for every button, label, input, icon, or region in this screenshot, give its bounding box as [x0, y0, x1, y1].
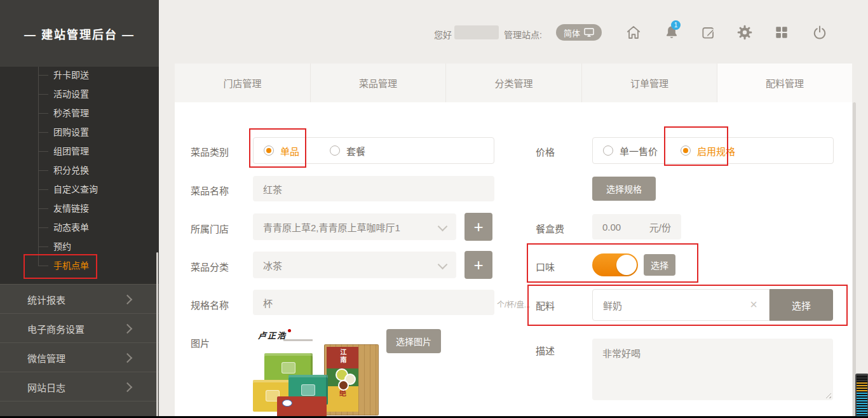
- product-image-brand-subline: [283, 339, 313, 341]
- description-label: 描述: [536, 344, 555, 357]
- chevron-right-icon: [123, 324, 133, 334]
- sidebar-tree-line: [38, 67, 39, 266]
- box-fee-input[interactable]: 0.00 元/份: [592, 214, 681, 239]
- chevron-down-icon: [438, 222, 448, 232]
- sidebar-item-mobile-ordering[interactable]: 手机点单: [53, 259, 89, 273]
- toggle-knob: [616, 255, 637, 275]
- sidebar: — 建站管理后台 — 升卡即送 活动设置 秒杀管理 团购设置 组团管理 积分兑换…: [0, 0, 159, 418]
- radio-option-enable-spec[interactable]: 启用规格: [681, 144, 735, 158]
- notification-badge: 1: [671, 20, 681, 30]
- dish-type-radio-group: 单品 套餐: [253, 137, 494, 164]
- plus-icon: +: [473, 217, 483, 237]
- radio-selected-icon[interactable]: [264, 145, 274, 156]
- sidebar-sections: 统计报表 电子商务设置 微信管理 网站日志: [0, 284, 159, 418]
- store-select[interactable]: 青青原上草2,青青原上草咖啡厅1: [253, 213, 456, 240]
- content-scrollbar[interactable]: [853, 102, 856, 416]
- manage-site-label: 管理站点:: [504, 28, 542, 41]
- flavor-toggle-on[interactable]: [592, 253, 638, 276]
- chevron-right-icon: [123, 353, 133, 363]
- sidebar-item-friendly-links[interactable]: 友情链接: [53, 201, 89, 215]
- sidebar-section-stats-report[interactable]: 统计报表: [0, 284, 159, 313]
- plus-icon: +: [473, 255, 483, 275]
- choose-flavor-button[interactable]: 选择: [644, 254, 675, 276]
- app-title-bar: — 建站管理后台 —: [0, 0, 159, 67]
- sidebar-section-filler: [0, 401, 159, 418]
- radio-option-single-price[interactable]: 单一售价: [603, 144, 658, 158]
- description-textarea[interactable]: 非常好喝: [592, 339, 833, 400]
- spec-name-hint: 个/杯/盘...: [497, 299, 530, 309]
- chevron-down-icon: [438, 260, 448, 270]
- flavor-label: 口味: [536, 260, 555, 273]
- sidebar-item-activity-settings[interactable]: 活动设置: [53, 87, 89, 101]
- monitor-icon: [584, 28, 594, 37]
- choose-image-button[interactable]: 选择图片: [386, 329, 441, 353]
- sidebar-section-site-logs[interactable]: 网站日志: [0, 372, 159, 401]
- sidebar-section-ecommerce-settings[interactable]: 电子商务设置: [0, 313, 159, 342]
- choose-ingredient-button[interactable]: 选择: [770, 289, 833, 321]
- choose-spec-button[interactable]: 选择规格: [592, 177, 656, 201]
- home-icon[interactable]: [625, 24, 642, 41]
- greeting-text: 您好: [434, 28, 452, 41]
- apps-grid-icon[interactable]: [773, 24, 790, 41]
- app-title: — 建站管理后台 —: [24, 25, 135, 42]
- ingredient-input[interactable]: 鲜奶 ×: [592, 289, 770, 321]
- tab-ingredient-management[interactable]: 配料管理: [717, 64, 852, 102]
- store-label: 所属门店: [191, 222, 229, 235]
- tab-category-management[interactable]: 分类管理: [445, 64, 581, 102]
- sidebar-section-wechat-management[interactable]: 微信管理: [0, 342, 159, 372]
- radio-selected-icon[interactable]: [681, 145, 691, 156]
- sidebar-item-group-buy[interactable]: 团购设置: [53, 125, 89, 139]
- image-label: 图片: [191, 336, 210, 349]
- radio-unselected-icon[interactable]: [603, 145, 613, 156]
- price-label: 价格: [536, 145, 555, 158]
- tab-store-management[interactable]: 门店管理: [175, 64, 310, 102]
- sidebar-item-points-exchange[interactable]: 积分兑换: [53, 163, 89, 177]
- power-logout-icon[interactable]: [811, 24, 828, 41]
- browser-extension-widget: [855, 374, 868, 418]
- sidebar-item-card-upgrade-gift[interactable]: 升卡即送: [53, 68, 89, 82]
- dish-name-label: 菜品名称: [191, 184, 229, 197]
- spec-name-input[interactable]: 杯: [253, 290, 494, 315]
- settings-gear-icon[interactable]: [736, 24, 753, 41]
- chevron-right-icon: [123, 295, 133, 305]
- language-switch-button[interactable]: 简体: [556, 24, 602, 41]
- radio-option-single-item[interactable]: 单品: [264, 144, 299, 158]
- radio-option-combo[interactable]: 套餐: [330, 144, 365, 158]
- username-redacted: [454, 25, 499, 39]
- screen: — 建站管理后台 — 升卡即送 活动设置 秒杀管理 团购设置 组团管理 积分兑换…: [0, 0, 868, 418]
- add-store-button[interactable]: +: [465, 213, 492, 241]
- tab-order-management[interactable]: 订单管理: [581, 64, 717, 102]
- compose-edit-icon[interactable]: [700, 24, 717, 41]
- product-image: 卢正浩 江南 绝: [253, 325, 380, 418]
- dish-type-label: 菜品类别: [191, 145, 229, 158]
- sidebar-item-team-management[interactable]: 组团管理: [53, 144, 89, 158]
- spec-name-label: 规格名称: [191, 298, 229, 311]
- price-radio-group: 单一售价 启用规格: [592, 137, 834, 164]
- add-category-button[interactable]: +: [465, 251, 492, 279]
- resize-handle[interactable]: [825, 392, 831, 398]
- sidebar-scrollbar[interactable]: [156, 252, 158, 418]
- sidebar-item-custom-query[interactable]: 自定义查询: [53, 182, 98, 196]
- product-image-red-box: [277, 396, 327, 418]
- sidebar-item-flash-sale[interactable]: 秒杀管理: [53, 106, 89, 120]
- sidebar-item-dynamic-forms[interactable]: 动态表单: [53, 220, 89, 234]
- sidebar-item-reservation[interactable]: 预约: [53, 239, 71, 253]
- chevron-right-icon: [123, 382, 133, 393]
- tab-dish-management[interactable]: 菜品管理: [310, 64, 445, 102]
- product-image-gift-box: 江南 绝: [324, 344, 379, 415]
- clear-icon[interactable]: ×: [750, 298, 757, 311]
- box-fee-label: 餐盒费: [536, 222, 564, 235]
- box-fee-unit: 元/份: [649, 220, 671, 234]
- radio-unselected-icon[interactable]: [330, 145, 340, 156]
- dish-name-input[interactable]: 红茶: [253, 176, 494, 201]
- category-label: 菜品分类: [191, 260, 229, 273]
- category-select[interactable]: 冰茶: [253, 252, 456, 278]
- ingredient-label: 配料: [536, 299, 555, 312]
